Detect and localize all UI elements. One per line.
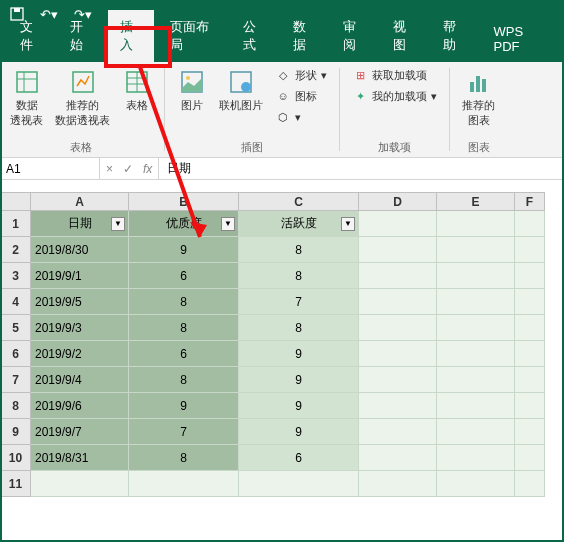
cell[interactable] bbox=[515, 471, 545, 497]
cell[interactable] bbox=[437, 341, 515, 367]
row-header[interactable]: 2 bbox=[1, 237, 31, 263]
cell[interactable] bbox=[359, 367, 437, 393]
menu-pagelayout[interactable]: 页面布局 bbox=[158, 10, 226, 62]
cell[interactable] bbox=[359, 315, 437, 341]
menu-wpspdf[interactable]: WPS PDF bbox=[482, 16, 556, 62]
col-header-F[interactable]: F bbox=[515, 193, 545, 211]
col-header-E[interactable]: E bbox=[437, 193, 515, 211]
cell[interactable]: 8 bbox=[129, 445, 239, 471]
cell[interactable]: 9 bbox=[239, 419, 359, 445]
icons-button[interactable]: ☺图标 bbox=[271, 87, 331, 105]
cell[interactable] bbox=[437, 263, 515, 289]
cell[interactable] bbox=[515, 445, 545, 471]
cell[interactable]: 2019/9/5 bbox=[31, 289, 129, 315]
table-button[interactable]: 表格 bbox=[118, 66, 156, 115]
cell[interactable] bbox=[437, 471, 515, 497]
menu-view[interactable]: 视图 bbox=[381, 10, 427, 62]
online-picture-button[interactable]: 联机图片 bbox=[215, 66, 267, 115]
col-header-A[interactable]: A bbox=[31, 193, 129, 211]
formula-input[interactable]: 日期 bbox=[159, 158, 564, 179]
cell[interactable] bbox=[437, 289, 515, 315]
model3d-button[interactable]: ⬡ ▾ bbox=[271, 108, 331, 126]
col-header-B[interactable]: B bbox=[129, 193, 239, 211]
cell[interactable]: 2019/9/6 bbox=[31, 393, 129, 419]
cell[interactable] bbox=[515, 263, 545, 289]
cell[interactable]: 7 bbox=[129, 419, 239, 445]
cell[interactable]: 6 bbox=[129, 341, 239, 367]
picture-button[interactable]: 图片 bbox=[173, 66, 211, 115]
cell[interactable] bbox=[515, 237, 545, 263]
my-addins-button[interactable]: ✦我的加载项 ▾ bbox=[348, 87, 441, 105]
cell-A1[interactable]: 日期▼ bbox=[31, 211, 129, 237]
cell[interactable] bbox=[515, 289, 545, 315]
row-header[interactable]: 3 bbox=[1, 263, 31, 289]
menu-review[interactable]: 审阅 bbox=[331, 10, 377, 62]
shapes-button[interactable]: ◇形状 ▾ bbox=[271, 66, 331, 84]
cell[interactable] bbox=[437, 367, 515, 393]
cell[interactable] bbox=[359, 393, 437, 419]
row-header[interactable]: 6 bbox=[1, 341, 31, 367]
menu-help[interactable]: 帮助 bbox=[431, 10, 477, 62]
col-header-D[interactable]: D bbox=[359, 193, 437, 211]
menu-insert[interactable]: 插入 bbox=[108, 10, 154, 62]
cell[interactable] bbox=[437, 419, 515, 445]
cell[interactable]: 9 bbox=[239, 367, 359, 393]
row-header[interactable]: 10 bbox=[1, 445, 31, 471]
menu-file[interactable]: 文件 bbox=[8, 10, 54, 62]
fx-icon[interactable]: fx bbox=[143, 162, 152, 176]
spreadsheet-grid[interactable]: A B C D E F 1 日期▼ 优质度▼ 活跃度▼ 2 2019/8/30 … bbox=[0, 192, 564, 497]
pivot-table-button[interactable]: 数据 透视表 bbox=[6, 66, 47, 130]
cell[interactable] bbox=[359, 341, 437, 367]
filter-button[interactable]: ▼ bbox=[341, 217, 355, 231]
cell[interactable]: 6 bbox=[129, 263, 239, 289]
row-header[interactable]: 4 bbox=[1, 289, 31, 315]
cell[interactable] bbox=[359, 237, 437, 263]
cell[interactable]: 2019/9/7 bbox=[31, 419, 129, 445]
cell[interactable] bbox=[515, 367, 545, 393]
cell[interactable]: 8 bbox=[129, 367, 239, 393]
cell[interactable]: 8 bbox=[129, 315, 239, 341]
recommended-charts-button[interactable]: 推荐的 图表 bbox=[458, 66, 499, 130]
cell[interactable] bbox=[31, 471, 129, 497]
cell[interactable] bbox=[437, 237, 515, 263]
cell[interactable]: 6 bbox=[239, 445, 359, 471]
confirm-icon[interactable]: ✓ bbox=[123, 162, 133, 176]
cancel-icon[interactable]: × bbox=[106, 162, 113, 176]
row-header[interactable]: 1 bbox=[1, 211, 31, 237]
cell[interactable]: 8 bbox=[239, 315, 359, 341]
cell[interactable]: 9 bbox=[239, 393, 359, 419]
cell[interactable] bbox=[515, 211, 545, 237]
menu-home[interactable]: 开始 bbox=[58, 10, 104, 62]
cell[interactable] bbox=[515, 315, 545, 341]
cell[interactable] bbox=[437, 393, 515, 419]
filter-button[interactable]: ▼ bbox=[111, 217, 125, 231]
cell[interactable] bbox=[515, 341, 545, 367]
row-header[interactable]: 11 bbox=[1, 471, 31, 497]
cell[interactable] bbox=[515, 393, 545, 419]
recommended-pivot-button[interactable]: 推荐的 数据透视表 bbox=[51, 66, 114, 130]
cell[interactable] bbox=[359, 289, 437, 315]
menu-data[interactable]: 数据 bbox=[281, 10, 327, 62]
cell[interactable] bbox=[359, 445, 437, 471]
cell-C1[interactable]: 活跃度▼ bbox=[239, 211, 359, 237]
cell[interactable] bbox=[359, 471, 437, 497]
row-header[interactable]: 8 bbox=[1, 393, 31, 419]
cell[interactable] bbox=[515, 419, 545, 445]
cell[interactable]: 2019/8/30 bbox=[31, 237, 129, 263]
row-header[interactable]: 5 bbox=[1, 315, 31, 341]
cell[interactable]: 9 bbox=[129, 393, 239, 419]
cell[interactable] bbox=[359, 419, 437, 445]
cell[interactable]: 9 bbox=[239, 341, 359, 367]
cell[interactable] bbox=[359, 211, 437, 237]
cell[interactable] bbox=[437, 445, 515, 471]
cell[interactable]: 8 bbox=[239, 263, 359, 289]
filter-button[interactable]: ▼ bbox=[221, 217, 235, 231]
row-header[interactable]: 9 bbox=[1, 419, 31, 445]
cell[interactable]: 2019/9/2 bbox=[31, 341, 129, 367]
cell[interactable] bbox=[359, 263, 437, 289]
cell[interactable] bbox=[239, 471, 359, 497]
cell[interactable]: 2019/8/31 bbox=[31, 445, 129, 471]
col-header-C[interactable]: C bbox=[239, 193, 359, 211]
select-all-corner[interactable] bbox=[1, 193, 31, 211]
cell[interactable]: 2019/9/4 bbox=[31, 367, 129, 393]
